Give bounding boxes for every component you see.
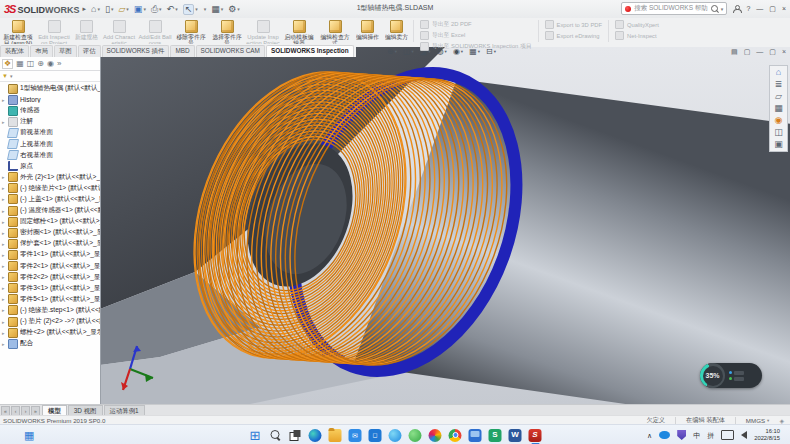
ribbon-button[interactable]: Update Inspection Project bbox=[245, 18, 281, 44]
tree-item[interactable]: 传感器 bbox=[0, 105, 100, 116]
tab-overflow-icon[interactable]: » bbox=[57, 60, 61, 68]
tree-item[interactable]: ▸ 零件1<1> (默认<<默认>_显示状态 bbox=[0, 249, 100, 260]
view-palette-icon[interactable]: ▦ bbox=[774, 104, 783, 113]
command-tab[interactable]: SOLIDWORKS 插件 bbox=[102, 45, 170, 57]
custom-properties-icon[interactable]: ◫ bbox=[774, 128, 783, 137]
doc-cascade-icon[interactable]: ▢ bbox=[744, 48, 751, 56]
file-explorer-icon[interactable] bbox=[329, 429, 342, 442]
design-library-icon[interactable]: ≣ bbox=[775, 80, 783, 89]
tree-item[interactable]: ▸ (-) 温度传感器<1> (默认<<默认>_ bbox=[0, 205, 100, 216]
widget-row-1[interactable] bbox=[729, 371, 744, 375]
chrome-icon[interactable] bbox=[449, 429, 462, 442]
propertymanager-tab-icon[interactable]: ▦ bbox=[16, 60, 24, 68]
tree-item[interactable]: ▸ 零件2<2> (默认<<默认>_显示状态 bbox=[0, 272, 100, 283]
search-icon[interactable] bbox=[711, 5, 718, 12]
security-tray-icon[interactable] bbox=[677, 430, 686, 440]
zoom-fit-icon[interactable]: ⊕▾ bbox=[387, 48, 397, 56]
displaymanager-tab-icon[interactable]: ◉ bbox=[47, 60, 54, 68]
cast-tray-icon[interactable] bbox=[721, 430, 734, 440]
task-view-button[interactable] bbox=[289, 429, 302, 442]
tree-item[interactable]: ▸ (-) 绝缘垫.step<1> (默认<<默认 bbox=[0, 305, 100, 316]
close-button[interactable]: × bbox=[782, 5, 786, 12]
tree-item[interactable]: 右视基准面 bbox=[0, 150, 100, 161]
edge-icon[interactable] bbox=[309, 429, 322, 442]
onedrive-tray-icon[interactable] bbox=[659, 431, 670, 439]
tree-item[interactable]: ▸ 密封圈<1> (默认<<默认>_显示状 bbox=[0, 227, 100, 238]
search-input[interactable]: 搜索 SOLIDWORKS 帮助 ▾ bbox=[621, 2, 727, 15]
ribbon-button[interactable]: 编辑卖方 bbox=[382, 18, 411, 44]
store-icon[interactable]: ◻ bbox=[369, 429, 382, 442]
start-button[interactable]: ⊞ bbox=[249, 429, 262, 442]
cloud-app-icon[interactable] bbox=[389, 429, 402, 442]
copy-settings-icon[interactable]: ▣ bbox=[774, 140, 783, 149]
tree-item[interactable]: 上视基准面 bbox=[0, 138, 100, 149]
tree-item[interactable]: 1型轴辅热电偶 (默认<默认_显示状态>-1 bbox=[0, 83, 100, 94]
tree-item[interactable]: ▸ 螺栓<2> (默认<<默认>_显示状态 bbox=[0, 327, 100, 338]
volume-tray-icon[interactable] bbox=[741, 431, 747, 439]
tree-item[interactable]: ▸ (-) 绝缘垫片<1> (默认<<默认>_显 bbox=[0, 183, 100, 194]
configurationmanager-tab-icon[interactable]: ◫ bbox=[27, 60, 35, 68]
export-menu-item[interactable]: Export eDrawing bbox=[545, 31, 602, 40]
save-icon[interactable]: ▣▾ bbox=[134, 5, 146, 14]
section-view-icon[interactable]: ◫▾ bbox=[403, 48, 414, 56]
ime-mode-indicator[interactable]: 拼 bbox=[707, 432, 714, 439]
tree-item[interactable]: ▸ 外壳 (2)<1> (默认<<默认>_显示状 bbox=[0, 172, 100, 183]
export-menu-item[interactable]: Net-Inspect bbox=[615, 31, 659, 40]
word-app-icon[interactable]: W bbox=[509, 429, 522, 442]
toolbar-flyout-icon[interactable]: ▸ bbox=[82, 5, 86, 13]
ribbon-button[interactable]: 新建检查项目 (amp;N) bbox=[0, 18, 36, 44]
tree-item[interactable]: ▸ 配合 bbox=[0, 338, 100, 349]
print-icon[interactable]: ⎙▾ bbox=[151, 5, 162, 14]
3d-scene[interactable] bbox=[100, 47, 790, 404]
export-menu-item[interactable]: 导出至 Excel bbox=[420, 31, 532, 40]
tree-item[interactable]: ▸ (-) 上盖<1> (默认<<默认>_显示状 bbox=[0, 194, 100, 205]
command-tab[interactable]: 评估 bbox=[78, 45, 101, 57]
export-menu-item[interactable]: 导出至 SOLIDWORKS Inspection 项目 bbox=[420, 42, 532, 51]
command-tab[interactable]: 布局 bbox=[30, 45, 53, 57]
doc-tile-icon[interactable]: ▤ bbox=[731, 48, 738, 56]
home-icon[interactable]: ⌂▾ bbox=[91, 5, 100, 14]
status-tag-icon[interactable]: ◈ bbox=[779, 417, 784, 424]
minimize-button[interactable]: — bbox=[756, 5, 763, 12]
ribbon-button[interactable]: Add Characteristic bbox=[101, 18, 137, 44]
command-tab[interactable]: MBD bbox=[170, 45, 194, 57]
undo-icon[interactable]: ↶▾ bbox=[167, 5, 178, 14]
green-browser-icon[interactable] bbox=[409, 429, 422, 442]
settings-gear-icon[interactable]: ⚙▾ bbox=[228, 5, 240, 14]
export-menu-item[interactable]: QualityXpert bbox=[615, 20, 659, 29]
doc-close-icon[interactable]: × bbox=[782, 48, 786, 56]
tree-filter-bar[interactable]: ▼ ▾ bbox=[0, 71, 100, 82]
tree-item[interactable]: ▸ (-) 垫片 (2)<2> ->? (默认<<默认 bbox=[0, 316, 100, 327]
restore-button[interactable]: ▢ bbox=[769, 5, 776, 12]
ime-lang-indicator[interactable]: 中 bbox=[693, 432, 700, 439]
ribbon-button[interactable]: 启动模板编辑器 bbox=[281, 18, 317, 44]
mail-icon[interactable]: ✉ bbox=[349, 429, 362, 442]
widget-row-2[interactable] bbox=[729, 377, 744, 381]
tree-item[interactable]: ▸ History bbox=[0, 94, 100, 105]
tree-item[interactable]: ▸ 固定螺栓<1> (默认<<默认>_显示 bbox=[0, 216, 100, 227]
export-menu-item[interactable]: Export to 3D PDF bbox=[545, 20, 602, 29]
solidworks-taskbar-icon[interactable]: S bbox=[529, 429, 542, 442]
device-app-icon[interactable] bbox=[469, 429, 482, 442]
clock[interactable]: 16:10 2022/8/15 bbox=[754, 428, 780, 442]
units-selector[interactable]: MMGS▾ bbox=[746, 417, 770, 424]
s-app-icon[interactable]: S bbox=[489, 429, 502, 442]
zoom-indicator-widget[interactable]: 35% bbox=[700, 363, 762, 388]
filter-dropdown-icon[interactable]: ▾ bbox=[10, 73, 13, 79]
file-explorer-pane-icon[interactable]: ▱ bbox=[775, 92, 782, 101]
graphics-viewport[interactable]: ⊕▾ ◫▾ ◪▾ ◍▾ ◉▾ ▦▾ ⊟▾ bbox=[100, 47, 790, 404]
tree-item[interactable]: ▸ 零件5<1> (默认<<默认>_显示状态 bbox=[0, 294, 100, 305]
tree-item[interactable]: ▸ 注解 bbox=[0, 116, 100, 127]
ribbon-button[interactable]: 移除零件序号 bbox=[173, 18, 209, 44]
ribbon-button[interactable]: 新建规格 bbox=[72, 18, 101, 44]
command-tab[interactable]: 装配体 bbox=[0, 45, 29, 57]
tree-item[interactable]: ▸ 零件3<1> (默认<<默认>_显示状态 bbox=[0, 283, 100, 294]
ribbon-button[interactable]: 选择零件序号 bbox=[209, 18, 245, 44]
new-document-icon[interactable]: ▯▾ bbox=[105, 5, 113, 14]
ribbon-button[interactable]: Add/Edit Balloons bbox=[137, 18, 173, 44]
help-button[interactable]: ? bbox=[746, 5, 750, 12]
tree-item[interactable]: 原点 bbox=[0, 161, 100, 172]
search-button[interactable] bbox=[269, 429, 282, 442]
export-menu-item[interactable]: 导出至 2D PDF bbox=[420, 20, 532, 29]
options-grid-icon[interactable]: ▦▾ bbox=[211, 5, 223, 14]
